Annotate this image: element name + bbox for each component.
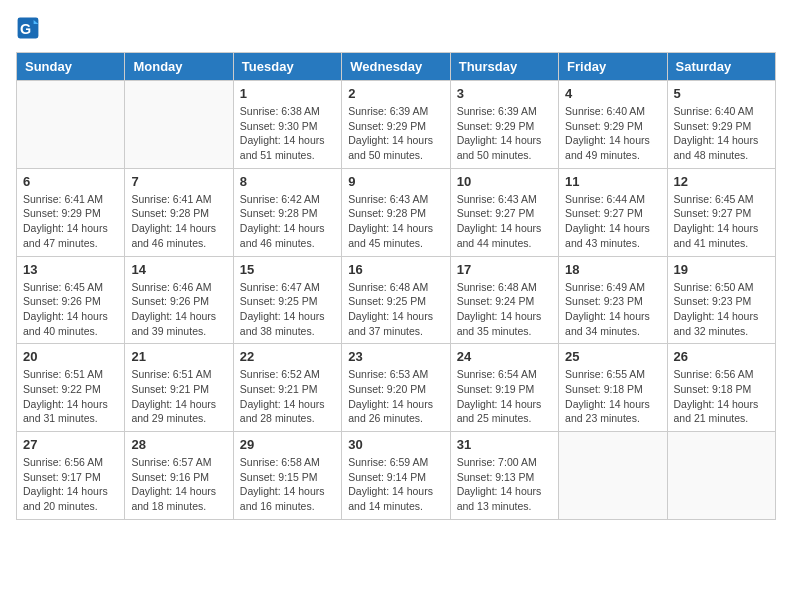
day-number: 11 — [565, 174, 660, 189]
day-info: Sunrise: 6:49 AMSunset: 9:23 PMDaylight:… — [565, 280, 660, 339]
day-info: Sunrise: 6:40 AMSunset: 9:29 PMDaylight:… — [674, 104, 769, 163]
weekday-header-saturday: Saturday — [667, 53, 775, 81]
calendar-cell: 30Sunrise: 6:59 AMSunset: 9:14 PMDayligh… — [342, 432, 450, 520]
calendar-cell — [559, 432, 667, 520]
day-info: Sunrise: 6:39 AMSunset: 9:29 PMDaylight:… — [348, 104, 443, 163]
day-info: Sunrise: 6:52 AMSunset: 9:21 PMDaylight:… — [240, 367, 335, 426]
day-info: Sunrise: 6:40 AMSunset: 9:29 PMDaylight:… — [565, 104, 660, 163]
calendar-cell: 9Sunrise: 6:43 AMSunset: 9:28 PMDaylight… — [342, 168, 450, 256]
calendar-cell: 20Sunrise: 6:51 AMSunset: 9:22 PMDayligh… — [17, 344, 125, 432]
calendar-cell: 22Sunrise: 6:52 AMSunset: 9:21 PMDayligh… — [233, 344, 341, 432]
day-number: 20 — [23, 349, 118, 364]
day-number: 1 — [240, 86, 335, 101]
day-number: 27 — [23, 437, 118, 452]
day-number: 12 — [674, 174, 769, 189]
day-number: 6 — [23, 174, 118, 189]
weekday-header-tuesday: Tuesday — [233, 53, 341, 81]
day-info: Sunrise: 6:51 AMSunset: 9:22 PMDaylight:… — [23, 367, 118, 426]
day-info: Sunrise: 6:39 AMSunset: 9:29 PMDaylight:… — [457, 104, 552, 163]
day-info: Sunrise: 6:43 AMSunset: 9:27 PMDaylight:… — [457, 192, 552, 251]
calendar-cell: 27Sunrise: 6:56 AMSunset: 9:17 PMDayligh… — [17, 432, 125, 520]
calendar-cell: 25Sunrise: 6:55 AMSunset: 9:18 PMDayligh… — [559, 344, 667, 432]
day-info: Sunrise: 6:41 AMSunset: 9:29 PMDaylight:… — [23, 192, 118, 251]
day-number: 14 — [131, 262, 226, 277]
day-info: Sunrise: 6:57 AMSunset: 9:16 PMDaylight:… — [131, 455, 226, 514]
day-number: 19 — [674, 262, 769, 277]
day-info: Sunrise: 6:54 AMSunset: 9:19 PMDaylight:… — [457, 367, 552, 426]
calendar-week-row: 20Sunrise: 6:51 AMSunset: 9:22 PMDayligh… — [17, 344, 776, 432]
day-number: 4 — [565, 86, 660, 101]
calendar-cell: 1Sunrise: 6:38 AMSunset: 9:30 PMDaylight… — [233, 81, 341, 169]
day-number: 8 — [240, 174, 335, 189]
calendar-cell: 12Sunrise: 6:45 AMSunset: 9:27 PMDayligh… — [667, 168, 775, 256]
day-info: Sunrise: 6:53 AMSunset: 9:20 PMDaylight:… — [348, 367, 443, 426]
day-number: 9 — [348, 174, 443, 189]
day-info: Sunrise: 6:41 AMSunset: 9:28 PMDaylight:… — [131, 192, 226, 251]
day-number: 15 — [240, 262, 335, 277]
day-number: 17 — [457, 262, 552, 277]
calendar-cell: 14Sunrise: 6:46 AMSunset: 9:26 PMDayligh… — [125, 256, 233, 344]
day-number: 3 — [457, 86, 552, 101]
calendar-cell — [17, 81, 125, 169]
calendar-cell: 19Sunrise: 6:50 AMSunset: 9:23 PMDayligh… — [667, 256, 775, 344]
calendar-cell: 29Sunrise: 6:58 AMSunset: 9:15 PMDayligh… — [233, 432, 341, 520]
day-info: Sunrise: 6:50 AMSunset: 9:23 PMDaylight:… — [674, 280, 769, 339]
calendar-cell: 7Sunrise: 6:41 AMSunset: 9:28 PMDaylight… — [125, 168, 233, 256]
weekday-header-thursday: Thursday — [450, 53, 558, 81]
calendar-cell: 3Sunrise: 6:39 AMSunset: 9:29 PMDaylight… — [450, 81, 558, 169]
svg-text:G: G — [20, 21, 31, 37]
calendar-cell: 28Sunrise: 6:57 AMSunset: 9:16 PMDayligh… — [125, 432, 233, 520]
calendar-week-row: 1Sunrise: 6:38 AMSunset: 9:30 PMDaylight… — [17, 81, 776, 169]
calendar-cell: 15Sunrise: 6:47 AMSunset: 9:25 PMDayligh… — [233, 256, 341, 344]
calendar-cell: 17Sunrise: 6:48 AMSunset: 9:24 PMDayligh… — [450, 256, 558, 344]
calendar-cell: 24Sunrise: 6:54 AMSunset: 9:19 PMDayligh… — [450, 344, 558, 432]
calendar-cell — [667, 432, 775, 520]
day-info: Sunrise: 6:43 AMSunset: 9:28 PMDaylight:… — [348, 192, 443, 251]
weekday-header-monday: Monday — [125, 53, 233, 81]
day-number: 13 — [23, 262, 118, 277]
day-info: Sunrise: 6:56 AMSunset: 9:17 PMDaylight:… — [23, 455, 118, 514]
day-number: 5 — [674, 86, 769, 101]
day-info: Sunrise: 6:58 AMSunset: 9:15 PMDaylight:… — [240, 455, 335, 514]
calendar-cell: 21Sunrise: 6:51 AMSunset: 9:21 PMDayligh… — [125, 344, 233, 432]
day-info: Sunrise: 6:45 AMSunset: 9:26 PMDaylight:… — [23, 280, 118, 339]
weekday-header-sunday: Sunday — [17, 53, 125, 81]
day-info: Sunrise: 6:51 AMSunset: 9:21 PMDaylight:… — [131, 367, 226, 426]
day-info: Sunrise: 6:59 AMSunset: 9:14 PMDaylight:… — [348, 455, 443, 514]
day-number: 22 — [240, 349, 335, 364]
day-info: Sunrise: 6:42 AMSunset: 9:28 PMDaylight:… — [240, 192, 335, 251]
day-number: 21 — [131, 349, 226, 364]
calendar-cell: 31Sunrise: 7:00 AMSunset: 9:13 PMDayligh… — [450, 432, 558, 520]
calendar-cell: 23Sunrise: 6:53 AMSunset: 9:20 PMDayligh… — [342, 344, 450, 432]
calendar-cell: 6Sunrise: 6:41 AMSunset: 9:29 PMDaylight… — [17, 168, 125, 256]
day-number: 7 — [131, 174, 226, 189]
calendar-week-row: 6Sunrise: 6:41 AMSunset: 9:29 PMDaylight… — [17, 168, 776, 256]
calendar-cell: 26Sunrise: 6:56 AMSunset: 9:18 PMDayligh… — [667, 344, 775, 432]
day-number: 26 — [674, 349, 769, 364]
day-info: Sunrise: 7:00 AMSunset: 9:13 PMDaylight:… — [457, 455, 552, 514]
day-number: 18 — [565, 262, 660, 277]
weekday-header-friday: Friday — [559, 53, 667, 81]
calendar-week-row: 13Sunrise: 6:45 AMSunset: 9:26 PMDayligh… — [17, 256, 776, 344]
calendar-cell: 5Sunrise: 6:40 AMSunset: 9:29 PMDaylight… — [667, 81, 775, 169]
day-info: Sunrise: 6:47 AMSunset: 9:25 PMDaylight:… — [240, 280, 335, 339]
calendar-cell: 13Sunrise: 6:45 AMSunset: 9:26 PMDayligh… — [17, 256, 125, 344]
calendar-cell: 4Sunrise: 6:40 AMSunset: 9:29 PMDaylight… — [559, 81, 667, 169]
day-info: Sunrise: 6:38 AMSunset: 9:30 PMDaylight:… — [240, 104, 335, 163]
day-number: 30 — [348, 437, 443, 452]
day-number: 2 — [348, 86, 443, 101]
day-info: Sunrise: 6:45 AMSunset: 9:27 PMDaylight:… — [674, 192, 769, 251]
day-number: 24 — [457, 349, 552, 364]
calendar-cell: 16Sunrise: 6:48 AMSunset: 9:25 PMDayligh… — [342, 256, 450, 344]
calendar-cell: 10Sunrise: 6:43 AMSunset: 9:27 PMDayligh… — [450, 168, 558, 256]
day-number: 28 — [131, 437, 226, 452]
day-number: 23 — [348, 349, 443, 364]
day-info: Sunrise: 6:48 AMSunset: 9:25 PMDaylight:… — [348, 280, 443, 339]
day-info: Sunrise: 6:44 AMSunset: 9:27 PMDaylight:… — [565, 192, 660, 251]
weekday-header-wednesday: Wednesday — [342, 53, 450, 81]
day-info: Sunrise: 6:56 AMSunset: 9:18 PMDaylight:… — [674, 367, 769, 426]
day-info: Sunrise: 6:55 AMSunset: 9:18 PMDaylight:… — [565, 367, 660, 426]
calendar-week-row: 27Sunrise: 6:56 AMSunset: 9:17 PMDayligh… — [17, 432, 776, 520]
calendar-table: SundayMondayTuesdayWednesdayThursdayFrid… — [16, 52, 776, 520]
page-header: G — [16, 16, 776, 40]
